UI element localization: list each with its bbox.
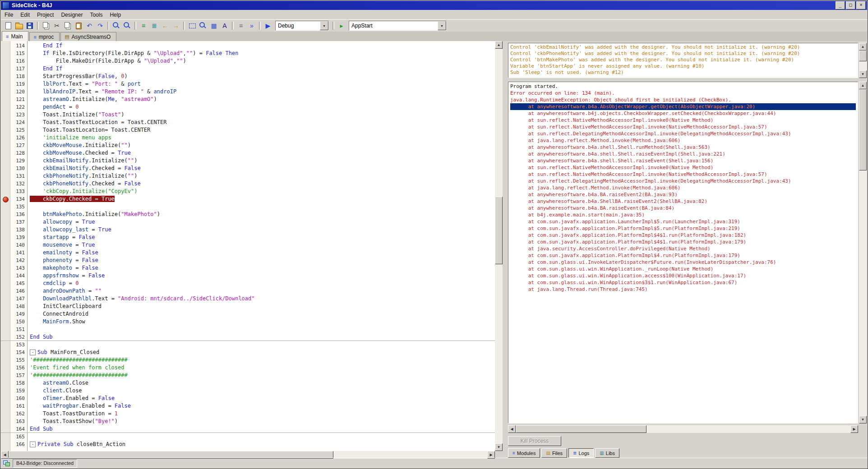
editor-line[interactable]: 166-Private Sub closeBtn_Action <box>1 441 495 448</box>
editor-line[interactable]: 162 Toast.ToastDuration = 1 <box>1 410 495 418</box>
breakpoint-gutter[interactable] <box>1 203 10 211</box>
editor-line[interactable]: 138 allowcopy_last = True <box>1 226 495 234</box>
breakpoint-gutter[interactable] <box>1 149 10 157</box>
breakpoint-gutter[interactable] <box>1 418 10 425</box>
bottom-tab-modules[interactable]: ≡Modules <box>508 448 540 458</box>
breakpoint-gutter[interactable] <box>1 142 10 149</box>
editor-line[interactable]: 118 StartProgressBar(False, 0) <box>1 73 495 80</box>
editor-line[interactable]: 145 cmdclip = 0 <box>1 280 495 287</box>
bottom-tab-logs[interactable]: ≣Logs <box>568 448 594 458</box>
tab-main[interactable]: ≡Main <box>2 31 28 41</box>
editor-line[interactable]: 132 ckbPhoneNotify.Checked = False <box>1 180 495 188</box>
clean-project-icon[interactable]: ≣ <box>149 21 159 31</box>
font-size-icon[interactable]: A <box>220 21 230 31</box>
log-line[interactable]: at sun.reflect.DelegatingMethodAccessorI… <box>510 178 856 184</box>
editor-line[interactable]: 136 btnMakePhoto.Initialize("MakePhoto") <box>1 211 495 218</box>
editor-line[interactable]: 115 If File.IsDirectory(File.DirApp & "\… <box>1 50 495 57</box>
designer-grid-icon[interactable]: ▦ <box>209 21 219 31</box>
editor-line[interactable]: 114 End If <box>1 42 495 50</box>
breakpoint-gutter[interactable] <box>1 433 10 441</box>
editor-line[interactable]: 156'Event fired when form closed <box>1 364 495 372</box>
dropdown-arrow-icon[interactable]: ▼ <box>438 21 446 30</box>
breakpoint-gutter[interactable] <box>1 395 10 402</box>
breakpoint-gutter[interactable] <box>1 272 10 280</box>
editor-line[interactable]: 123 Toast.Initialize("Toast") <box>1 111 495 119</box>
breakpoint-gutter[interactable] <box>1 318 10 326</box>
breakpoint-gutter[interactable] <box>1 287 10 295</box>
editor-line[interactable]: 153 <box>1 341 495 349</box>
log-line[interactable]: at sun.reflect.NativeMethodAccessorImpl.… <box>510 117 856 124</box>
log-line[interactable]: at b4j.example.main.start(main.java:35) <box>510 212 856 218</box>
breakpoint-gutter[interactable] <box>1 226 10 234</box>
log-line[interactable]: at anywheresoftware.b4a.AbsObjectWrapper… <box>510 103 856 110</box>
duplicate-module-icon[interactable] <box>41 21 51 31</box>
run-icon[interactable]: ▶ <box>263 21 273 31</box>
navigate-back-icon[interactable]: ← <box>160 21 170 31</box>
comment-icon[interactable]: ≡ <box>236 21 246 31</box>
log-line[interactable]: at anywheresoftware.b4a.shell.Shell.runM… <box>510 144 856 151</box>
editor-vscrollbar-thumb[interactable] <box>495 197 503 264</box>
breakpoint-gutter[interactable] <box>1 96 10 103</box>
editor-line[interactable]: 155'############################# <box>1 356 495 364</box>
breakpoint-icon[interactable] <box>3 197 9 202</box>
warning-line[interactable]: Control 'ckbPhoneNotify' was added with … <box>510 51 856 57</box>
breakpoint-gutter[interactable] <box>1 295 10 303</box>
warning-line[interactable]: Control 'ckbEmailNotify' was added with … <box>510 44 856 51</box>
editor-line[interactable]: 131 ckbPhoneNotify.Initialize("") <box>1 172 495 180</box>
editor-viewport[interactable]: 114 End If115 If File.IsDirectory(File.D… <box>1 41 495 451</box>
tab-asyncstreamso[interactable]: ▤AsyncStreamsO <box>60 32 116 41</box>
menu-file[interactable]: File <box>1 11 17 19</box>
editor-line[interactable]: 147 DownloadPathlbl.Text = "Android: mnt… <box>1 295 495 303</box>
editor-line[interactable]: 149 ConnectAndroid <box>1 310 495 318</box>
breakpoint-gutter[interactable] <box>1 42 10 50</box>
editor-line[interactable]: 144 appsfrmshow = False <box>1 272 495 280</box>
logs-vscrollbar-thumb[interactable] <box>859 89 867 170</box>
warnings-vscrollbar-thumb[interactable] <box>859 51 867 61</box>
indent-icon[interactable]: » <box>247 21 257 31</box>
editor-line[interactable]: 161 waitProgbar.Enabled = False <box>1 402 495 410</box>
logs-hscrollbar[interactable]: ◀ ▶ <box>508 425 858 433</box>
log-line[interactable]: at anywheresoftware.b4a.ShellBA.raiseEve… <box>510 198 856 205</box>
breakpoint-gutter[interactable] <box>1 218 10 226</box>
editor-line[interactable]: 125 Toast.ToastLocation= Toast.CENTER <box>1 126 495 134</box>
breakpoint-gutter[interactable] <box>1 126 10 134</box>
log-line[interactable]: at com.sun.glass.ui.win.WinApplication._… <box>510 266 856 272</box>
editor-line[interactable]: 160 oTimer.Enabled = False <box>1 395 495 402</box>
editor-line[interactable]: 124 Toast.ToastTextLocation = Toast.CENT… <box>1 119 495 126</box>
editor-line[interactable]: 150 MainForm.Show <box>1 318 495 326</box>
breakpoint-gutter[interactable] <box>1 326 10 333</box>
breakpoint-gutter[interactable] <box>1 211 10 218</box>
editor-line[interactable]: 121 astreamO.Initialize(Me, "astreamO") <box>1 96 495 103</box>
breakpoint-gutter[interactable] <box>1 280 10 287</box>
log-line[interactable]: at anywheresoftware.b4a.BA.raiseEvent(BA… <box>510 205 856 212</box>
log-line[interactable]: at anywheresoftware.b4j.objects.Checkbox… <box>510 110 856 117</box>
breakpoint-gutter[interactable] <box>1 119 10 126</box>
warnings-vscrollbar[interactable]: ▲ ▼ <box>859 43 867 78</box>
log-line[interactable]: at anywheresoftware.b4a.shell.Shell.rais… <box>510 151 856 157</box>
log-line[interactable]: at sun.reflect.DelegatingMethodAccessorI… <box>510 130 856 137</box>
open-project-icon[interactable] <box>14 21 24 31</box>
menu-designer[interactable]: Designer <box>57 11 86 19</box>
warning-line[interactable]: Variable 'btnStartApp' is never assigned… <box>510 63 856 69</box>
paste-icon[interactable] <box>74 21 83 31</box>
breakpoint-gutter[interactable] <box>1 111 10 119</box>
bottom-tab-libs[interactable]: ▥Libs <box>595 448 619 458</box>
editor-line[interactable]: 117 End If <box>1 65 495 73</box>
log-line[interactable]: at com.sun.javafx.application.PlatformIm… <box>510 252 856 259</box>
menu-help[interactable]: Help <box>106 11 125 19</box>
scroll-down-icon[interactable]: ▼ <box>859 416 867 423</box>
panel-splitter[interactable] <box>503 41 506 459</box>
breakpoint-gutter[interactable] <box>1 180 10 188</box>
editor-line[interactable]: 129 ckbEmailNotify.Initialize("") <box>1 157 495 165</box>
fold-collapse-icon[interactable]: - <box>30 349 36 355</box>
breakpoint-gutter[interactable] <box>1 50 10 57</box>
breakpoint-gutter[interactable] <box>1 264 10 272</box>
log-line[interactable]: Error occurred on line: 134 (main). <box>510 90 856 97</box>
editor-line[interactable]: 164End Sub <box>1 425 495 433</box>
copy-icon[interactable] <box>63 21 73 31</box>
breakpoint-gutter[interactable] <box>1 364 10 372</box>
scroll-down-icon[interactable]: ▼ <box>495 443 503 451</box>
log-line[interactable]: at com.sun.javafx.application.PlatformIm… <box>510 239 856 245</box>
breakpoint-gutter[interactable] <box>1 241 10 249</box>
menu-tools[interactable]: Tools <box>86 11 106 19</box>
